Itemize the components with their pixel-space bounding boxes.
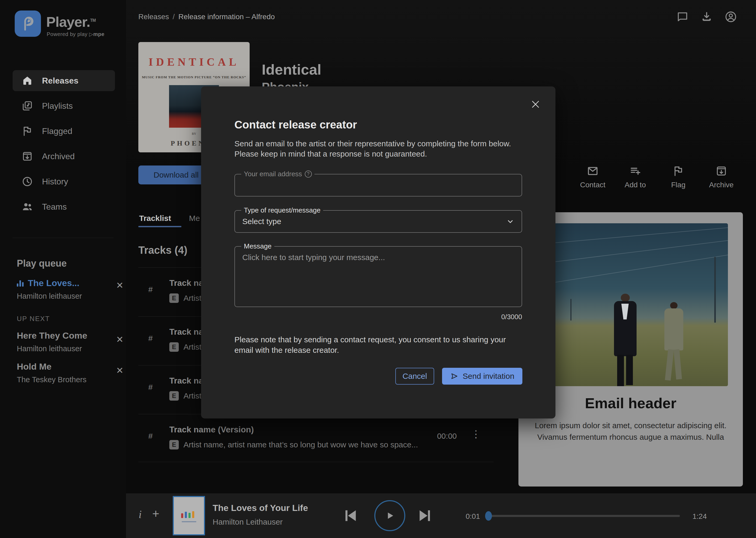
modal-title: Contact release creator [234,119,357,131]
explicit-badge: E [169,440,179,450]
explicit-badge: E [169,391,179,401]
album-cover-subtitle: MUSIC FROM THE MOTION PICTURE “ON THE RO… [138,75,250,79]
breadcrumb: Releases/Release information – Alfredo [138,13,275,21]
tracks-heading: Tracks (4) [138,244,187,256]
chat-icon[interactable] [676,11,689,23]
album-cover-title: IDENTICAL [138,56,250,68]
track-artists: Artist name, artist name that’s so long … [183,440,418,449]
tracklist-divider [138,462,494,462]
track-number: # [148,383,153,392]
track-menu-button[interactable]: ⋮ [471,429,481,439]
equalizer-icon [17,280,24,287]
add-to-queue-icon[interactable]: + [152,507,159,521]
send-invitation-button[interactable]: Send invitation [442,368,522,385]
archive-icon [22,150,33,162]
queue-track-artist: Hamilton leithauser [17,345,115,353]
download-icon[interactable] [700,11,713,23]
tab-active-underline [138,226,181,227]
sidebar-item-label: Playlists [42,101,73,111]
flag-icon [22,125,33,137]
action-contact[interactable]: Contact [572,165,614,189]
sidebar-item-archived[interactable]: Archived [13,146,115,167]
seek-handle[interactable] [485,511,492,521]
sidebar-item-label: Teams [42,202,67,212]
sidebar-item-releases[interactable]: Releases [13,70,115,91]
app-window: Player.TM Powered by play ▷mpe Releases … [0,0,756,538]
now-playing-thumbnail[interactable] [173,496,205,535]
app-logo-icon[interactable] [15,11,41,37]
send-invitation-label: Send invitation [463,372,514,381]
previous-track-button[interactable] [341,507,359,525]
seek-bar[interactable] [488,515,680,517]
action-add-to[interactable]: Add to [614,165,656,189]
action-label: Flag [657,181,699,189]
player-track-artist[interactable]: Hamilton Leithauser [213,517,283,526]
tab-tracklist[interactable]: Tracklist [139,214,171,223]
chevron-down-icon [506,218,514,225]
track-duration: 00:00 [437,432,457,441]
track-number: # [148,334,153,343]
action-archive[interactable]: Archive [700,165,742,189]
contact-release-creator-modal: Contact release creator Send an email to… [201,86,555,418]
playlists-icon [22,100,33,112]
modal-description: Send an email to the artist or their rep… [234,138,525,159]
artist-photo [534,223,728,386]
tab-metadata-partial[interactable]: Me [189,214,200,223]
explicit-badge: E [169,294,179,303]
sidebar-item-label: Archived [42,152,75,161]
email-field[interactable]: Your email address? [234,174,522,196]
sidebar-item-history[interactable]: History [13,171,115,192]
queue-item[interactable]: Hold Me The Teskey Brothers ✕ [17,361,115,384]
total-duration: 1:24 [692,512,707,521]
info-icon[interactable]: i [139,508,142,521]
request-type-label: Type of request/message [241,206,323,214]
remove-from-queue-button[interactable]: ✕ [116,280,124,291]
message-textarea[interactable]: Message Click here to start typing your … [234,246,522,307]
mail-icon [587,165,599,177]
play-queue-title: Play queue [17,258,67,269]
queue-item-now-playing[interactable]: The Loves... Hamilton leithauser ✕ [17,278,115,300]
track-number: # [148,285,153,294]
queue-track-title: The Loves... [28,278,79,288]
breadcrumb-current: Release information – Alfredo [178,13,275,21]
sidebar-item-teams[interactable]: Teams [13,196,115,217]
flag-icon [672,165,684,177]
email-header-body: Lorem ipsum dolor sit amet, consectetur … [534,420,727,443]
help-icon[interactable]: ? [305,171,312,178]
close-icon[interactable] [530,99,541,110]
send-icon [450,372,458,380]
consent-note: Please note that by sending a contact re… [234,334,513,355]
remove-from-queue-button[interactable]: ✕ [116,334,124,345]
action-label: Contact [572,181,614,189]
queue-track-title: Here They Come [17,331,115,341]
sidebar-item-playlists[interactable]: Playlists [13,95,115,116]
clock-icon [22,176,33,187]
explicit-badge: E [169,342,179,352]
cancel-button[interactable]: Cancel [395,368,434,385]
account-icon[interactable] [725,11,737,23]
queue-track-title: Hold Me [17,361,115,372]
play-icon [384,510,396,521]
action-flag[interactable]: Flag [657,165,699,189]
playlist-add-icon [629,165,641,177]
app-tagline: Powered by play ▷mpe [47,31,105,37]
play-button[interactable] [374,500,405,531]
up-next-label: UP NEXT [17,315,50,323]
elapsed-time: 0:01 [466,512,480,521]
message-placeholder: Click here to start typing your message.… [242,253,385,262]
home-icon [22,75,33,86]
player-track-title[interactable]: The Loves of Your Life [213,503,308,513]
request-type-select[interactable]: Type of request/message Select type [234,210,522,233]
request-type-value: Select type [242,217,506,226]
sidebar-item-label: History [42,177,68,187]
sidebar-item-label: Flagged [42,126,72,136]
track-row[interactable]: # Track name (Version) EArtist name, art… [138,414,494,463]
breadcrumb-releases[interactable]: Releases [138,13,169,21]
queue-track-artist: Hamilton leithauser [17,292,115,300]
sidebar-item-flagged[interactable]: Flagged [13,121,115,141]
queue-item[interactable]: Here They Come Hamilton leithauser ✕ [17,331,115,353]
sidebar-item-label: Releases [42,76,78,86]
next-track-button[interactable] [416,507,434,525]
remove-from-queue-button[interactable]: ✕ [116,365,124,376]
action-label: Archive [700,181,742,189]
